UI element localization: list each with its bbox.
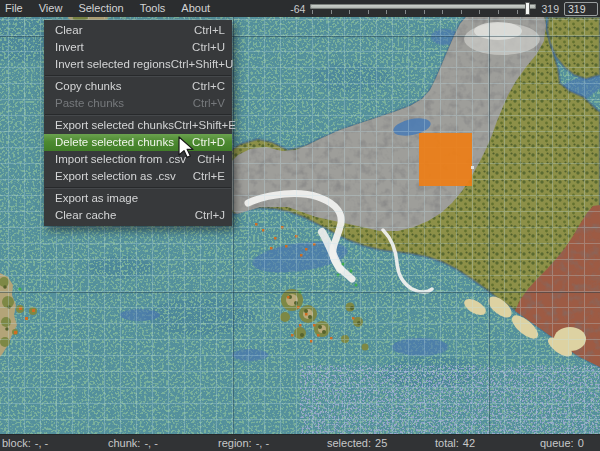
status-label: queue: xyxy=(540,437,574,449)
y-level-input[interactable] xyxy=(564,2,598,16)
menu-file[interactable]: File xyxy=(0,0,31,17)
menu-item-shortcut: Ctrl+L xyxy=(194,22,225,39)
status-total: total:42 xyxy=(435,435,475,451)
status-region: region:-, - xyxy=(218,435,269,451)
menu-item-copy-chunks[interactable]: Copy chunks Ctrl+C xyxy=(44,78,232,95)
menu-item-label: Clear xyxy=(55,22,82,39)
menu-item-label: Export selected chunks xyxy=(55,117,174,134)
menu-separator xyxy=(45,187,231,188)
status-value: -, - xyxy=(144,437,157,449)
menu-item-delete-selected-chunks[interactable]: Delete selected chunks Ctrl+D xyxy=(44,134,232,151)
status-value: 42 xyxy=(463,437,475,449)
menu-about[interactable]: About xyxy=(173,0,218,17)
menu-item-export-as-image[interactable]: Export as image xyxy=(44,190,232,207)
menu-item-label: Export selection as .csv xyxy=(55,168,176,185)
status-chunk: chunk:-, - xyxy=(108,435,158,451)
menu-item-label: Import selection from .csv xyxy=(55,151,186,168)
menu-item-label: Delete selected chunks xyxy=(55,134,174,151)
status-label: block: xyxy=(2,437,31,449)
selection-highlight[interactable] xyxy=(419,133,472,186)
menu-separator xyxy=(45,75,231,76)
selection-dropdown-menu: Clear Ctrl+L Invert Ctrl+U Invert select… xyxy=(44,20,232,226)
menu-view[interactable]: View xyxy=(31,0,71,17)
status-value: 25 xyxy=(375,437,387,449)
menu-item-label: Copy chunks xyxy=(55,78,121,95)
menu-item-invert-selected-regions[interactable]: Invert selected regions Ctrl+Shift+U xyxy=(44,56,232,73)
menu-item-shortcut: Ctrl+I xyxy=(197,151,225,168)
slider-track[interactable] xyxy=(310,4,536,9)
menu-item-clear[interactable]: Clear Ctrl+L xyxy=(44,22,232,39)
slider-value-label: 319 xyxy=(541,3,559,15)
menu-selection[interactable]: Selection xyxy=(70,0,131,17)
menu-item-shortcut: Ctrl+U xyxy=(192,39,225,56)
y-level-slider[interactable] xyxy=(310,0,536,17)
menu-item-shortcut: Ctrl+V xyxy=(193,95,225,112)
menu-item-shortcut: Ctrl+D xyxy=(192,134,225,151)
menu-item-export-selected-chunks[interactable]: Export selected chunks Ctrl+Shift+E xyxy=(44,117,232,134)
status-value: -, - xyxy=(35,437,48,449)
status-block: block:-, - xyxy=(2,435,48,451)
menu-item-paste-chunks: Paste chunks Ctrl+V xyxy=(44,95,232,112)
menu-item-label: Invert xyxy=(55,39,84,56)
menu-item-export-selection-as-csv[interactable]: Export selection as .csv Ctrl+E xyxy=(44,168,232,185)
menu-item-label: Invert selected regions xyxy=(55,56,171,73)
menu-item-label: Clear cache xyxy=(55,207,116,224)
slider-min-label: -64 xyxy=(290,3,305,15)
menu-item-label: Paste chunks xyxy=(55,95,124,112)
menu-item-invert[interactable]: Invert Ctrl+U xyxy=(44,39,232,56)
status-value: 0 xyxy=(578,437,584,449)
menu-tools[interactable]: Tools xyxy=(132,0,174,17)
app-window: File View Selection Tools About -64 319 … xyxy=(0,0,600,451)
menu-separator xyxy=(45,114,231,115)
y-level-slider-group: -64 319 xyxy=(290,0,598,17)
status-label: region: xyxy=(218,437,252,449)
menu-item-shortcut: Ctrl+Shift+E xyxy=(174,117,236,134)
status-value: -, - xyxy=(256,437,269,449)
menu-item-shortcut: Ctrl+J xyxy=(195,207,225,224)
menu-item-import-selection-from-csv[interactable]: Import selection from .csv Ctrl+I xyxy=(44,151,232,168)
status-queue: queue:0 xyxy=(540,435,584,451)
menu-item-shortcut: Ctrl+E xyxy=(193,168,225,185)
menu-item-shortcut: Ctrl+Shift+U xyxy=(171,56,234,73)
menu-item-shortcut: Ctrl+C xyxy=(192,78,225,95)
slider-ticks xyxy=(312,10,534,14)
menu-item-label: Export as image xyxy=(55,190,138,207)
status-label: total: xyxy=(435,437,459,449)
menu-item-clear-cache[interactable]: Clear cache Ctrl+J xyxy=(44,207,232,224)
status-label: chunk: xyxy=(108,437,140,449)
map-marker xyxy=(471,166,474,169)
status-selected: selected:25 xyxy=(327,435,387,451)
status-bar: block:-, - chunk:-, - region:-, - select… xyxy=(0,434,600,451)
status-label: selected: xyxy=(327,437,371,449)
slider-thumb[interactable] xyxy=(525,2,530,15)
